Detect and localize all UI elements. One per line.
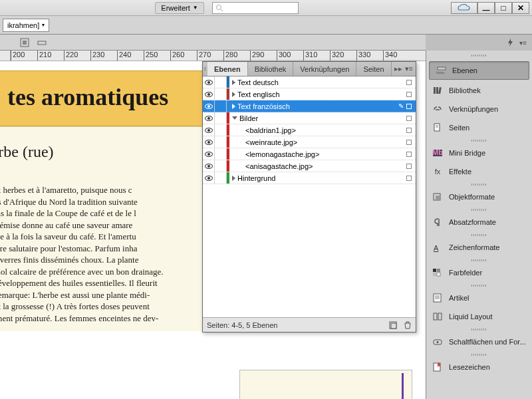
dock-item-label: Liquid Layout (449, 313, 492, 321)
dock-grip[interactable] (426, 51, 532, 60)
dock-item-buttons[interactable]: Schaltflächen und For... (426, 332, 532, 351)
trash-icon[interactable] (404, 321, 412, 329)
dock-item-label: Lesezeichen (449, 363, 490, 371)
svg-rect-25 (434, 294, 441, 302)
visibility-toggle[interactable] (203, 88, 215, 100)
selection-indicator[interactable] (406, 128, 412, 133)
layer-row[interactable]: <anisagastache.jpg> (203, 160, 416, 172)
panel-collapse-icon[interactable]: ▸▸ (394, 65, 402, 73)
sync-button[interactable] (451, 2, 477, 14)
layer-row[interactable]: <lemonagastache.jpg> (203, 148, 416, 160)
visibility-toggle[interactable] (203, 172, 215, 184)
panel-grab[interactable] (203, 62, 207, 76)
selection-indicator[interactable] (406, 176, 412, 181)
close-button[interactable]: ✕ (512, 2, 529, 14)
layer-row[interactable]: <baldrian1.jpg> (203, 124, 416, 136)
layer-row[interactable]: Text französisch✎ (203, 100, 416, 112)
panel-tabs: Ebenen Bibliothek Verknüpfungen Seiten ▸… (203, 62, 416, 76)
swatch-icon (432, 267, 444, 278)
dock-item-library[interactable]: Bibliothek (426, 81, 532, 100)
right-panel-dock: EbenenBibliothekVerknüpfungenSeitenMbMin… (426, 51, 532, 399)
selection-indicator[interactable] (406, 92, 412, 97)
maximize-button[interactable]: □ (495, 2, 512, 14)
lightning-icon[interactable] (506, 38, 515, 47)
svg-rect-19 (436, 196, 440, 200)
tab-verknuepfungen[interactable]: Verknüpfungen (293, 62, 356, 76)
dock-separator (426, 231, 532, 238)
char-icon: A (432, 242, 444, 253)
layer-label: <anisagastache.jpg> (229, 162, 326, 170)
dock-item-pages[interactable]: Seiten (426, 118, 532, 137)
layer-row[interactable]: Text deutsch (203, 76, 416, 88)
lock-toggle[interactable] (215, 88, 227, 100)
bookmark-icon (432, 362, 444, 372)
ruler-tick: 200 (11, 51, 37, 61)
lock-toggle[interactable] (215, 136, 227, 148)
dock-item-char[interactable]: AZeichenformate (426, 238, 532, 257)
dock-item-links[interactable]: Verknüpfungen (426, 100, 532, 118)
dock-item-swatch[interactable]: Farbfelder (426, 263, 532, 282)
svg-rect-30 (438, 313, 442, 320)
lock-toggle[interactable] (215, 76, 227, 88)
visibility-toggle[interactable] (203, 112, 215, 124)
dock-item-bookmark[interactable]: Lesezeichen (426, 358, 532, 376)
frame-fit-label: ikrahmen] (7, 21, 39, 29)
collapse-icon[interactable] (232, 116, 237, 120)
layer-row[interactable]: Bilder (203, 112, 416, 124)
visibility-toggle[interactable] (203, 124, 215, 136)
dock-item-label: Mini Bridge (449, 149, 485, 157)
layer-row[interactable]: <weinraute.jpg> (203, 136, 416, 148)
panel-menu-icon[interactable]: ▾≡ (405, 65, 413, 73)
expand-icon[interactable] (232, 80, 235, 85)
layer-row[interactable]: Hintergrund (203, 172, 416, 184)
lock-toggle[interactable] (215, 112, 227, 124)
layer-row[interactable]: Text englisch (203, 88, 416, 100)
search-input[interactable] (212, 2, 299, 14)
tool-icon[interactable] (20, 38, 29, 47)
layer-label: Text englisch (229, 90, 319, 98)
dock-item-label: Absatzformate (449, 218, 496, 226)
new-layer-icon[interactable] (389, 321, 397, 329)
tab-ebenen[interactable]: Ebenen (207, 62, 248, 76)
selection-indicator[interactable] (406, 140, 412, 145)
dock-item-liquid[interactable]: Liquid Layout (426, 307, 532, 326)
dock-item-para[interactable]: Absatzformate (426, 213, 532, 231)
frame-fit-dropdown[interactable]: ikrahmen] ▾ (3, 19, 49, 32)
menu-icon[interactable]: ▾≡ (519, 39, 527, 47)
selection-indicator[interactable] (406, 104, 412, 109)
dock-item-article[interactable]: Artikel (426, 289, 532, 307)
selection-indicator[interactable] (406, 164, 412, 169)
dock-item-fx[interactable]: fxEffekte (426, 162, 532, 181)
visibility-toggle[interactable] (203, 76, 215, 88)
minimize-button[interactable]: — (477, 2, 495, 14)
selection-indicator[interactable] (406, 152, 412, 157)
svg-text:A: A (434, 244, 439, 252)
dock-item-obj[interactable]: Objektformate (426, 188, 532, 206)
lock-toggle[interactable] (215, 172, 227, 184)
workspace-mode-dropdown[interactable]: Erweitert ▼ (155, 2, 203, 14)
dock-item-mb[interactable]: MbMini Bridge (426, 144, 532, 162)
ruler-tick: 230 (90, 51, 117, 61)
selection-indicator[interactable] (406, 116, 412, 121)
tab-bibliothek[interactable]: Bibliothek (248, 62, 294, 76)
tool-icon[interactable] (37, 38, 47, 47)
eye-icon (205, 128, 213, 133)
lock-toggle[interactable] (215, 148, 227, 160)
lock-toggle[interactable] (215, 100, 227, 112)
svg-point-32 (437, 341, 439, 343)
visibility-toggle[interactable] (203, 136, 215, 148)
ruler-tick: 270 (197, 51, 223, 61)
layer-label: Hintergrund (229, 174, 319, 182)
expand-icon[interactable] (232, 104, 235, 109)
expand-icon[interactable] (232, 92, 235, 97)
lock-toggle[interactable] (215, 160, 227, 172)
selection-indicator[interactable] (406, 80, 412, 85)
dock-item-layers[interactable]: Ebenen (429, 61, 529, 80)
layers-panel[interactable]: Ebenen Bibliothek Verknüpfungen Seiten ▸… (202, 61, 416, 332)
visibility-toggle[interactable] (203, 160, 215, 172)
visibility-toggle[interactable] (203, 100, 215, 112)
tab-seiten[interactable]: Seiten (356, 62, 391, 76)
lock-toggle[interactable] (215, 124, 227, 136)
expand-icon[interactable] (232, 176, 235, 181)
visibility-toggle[interactable] (203, 148, 215, 160)
